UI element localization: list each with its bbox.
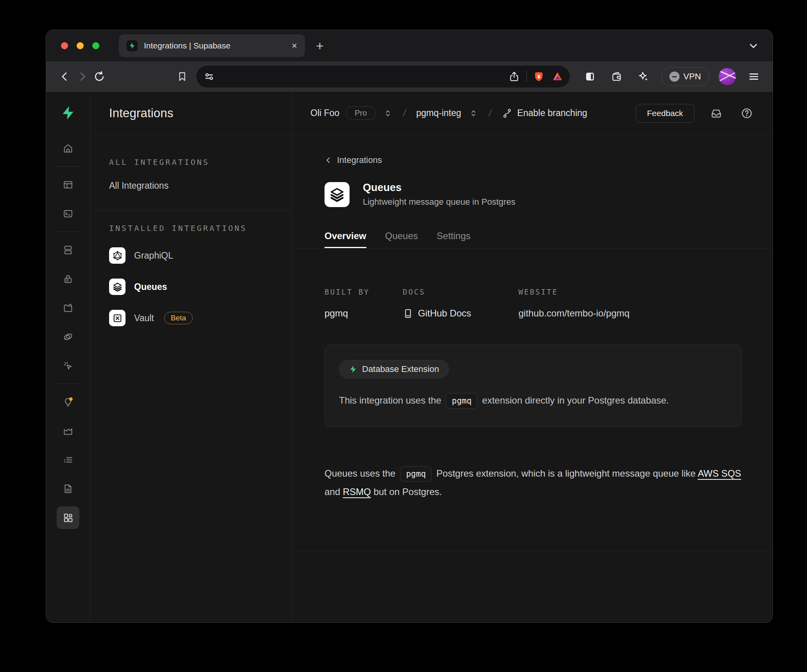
- all-integrations-label: All Integrations: [109, 181, 169, 191]
- installed-integrations-section-header: INSTALLED INTEGRATIONS: [109, 223, 280, 233]
- url-bar[interactable]: [196, 66, 570, 88]
- zoom-window-button[interactable]: [92, 42, 99, 49]
- integration-title-block: Queues Lightweight message queue in Post…: [363, 182, 515, 207]
- integrations-active-highlight: [57, 506, 79, 529]
- new-tab-button[interactable]: +: [316, 39, 324, 52]
- brave-shield-icon[interactable]: [533, 71, 545, 82]
- sidebar-item-sql-editor[interactable]: [46, 199, 90, 228]
- docs-column: DOCS GitHub Docs: [403, 288, 518, 319]
- panel-body: ALL INTEGRATIONS All Integrations INSTAL…: [90, 135, 291, 331]
- sidebar-toggle-icon[interactable]: [581, 68, 599, 85]
- sidebar-item-api-docs[interactable]: [46, 474, 90, 503]
- back-button[interactable]: [56, 68, 74, 85]
- tab-strip: Integrations | Supabase × +: [46, 30, 773, 61]
- org-name[interactable]: Oli Foo: [310, 108, 339, 118]
- browser-toolbar: VPN: [46, 61, 773, 92]
- integration-description: Lightweight message queue in Postgres: [363, 197, 515, 207]
- sidebar-item-reports[interactable]: [46, 416, 90, 445]
- wallet-icon[interactable]: [608, 68, 625, 85]
- bat-rewards-icon[interactable]: [552, 71, 563, 82]
- sidebar-item-logs[interactable]: [46, 445, 90, 474]
- para-part-3: and: [325, 486, 340, 497]
- integration-tabs: Overview Queues Settings: [292, 231, 773, 248]
- all-integrations-section-header: ALL INTEGRATIONS: [109, 157, 280, 167]
- tune-icon[interactable]: [203, 71, 215, 82]
- integration-title: Queues: [363, 182, 515, 194]
- queues-label: Queues: [134, 282, 167, 292]
- project-header: Oli Foo Pro / pgmq-integ / Enable branch…: [292, 92, 773, 135]
- sidebar-item-vault[interactable]: Vault Beta: [109, 306, 280, 331]
- website-link[interactable]: github.com/tembo-io/pgmq: [518, 308, 629, 319]
- card-text-before: This integration uses the: [339, 395, 441, 406]
- share-icon[interactable]: [508, 71, 520, 82]
- org-selector-chevrons-icon[interactable]: [383, 108, 393, 118]
- tab-overview[interactable]: Overview: [325, 231, 366, 248]
- toolbar-right-cluster: VPN: [581, 67, 762, 86]
- aws-sqs-link[interactable]: AWS SQS: [698, 468, 741, 479]
- project-name[interactable]: pgmq-integ: [416, 108, 461, 118]
- close-window-button[interactable]: [61, 42, 68, 49]
- book-icon: [403, 308, 413, 319]
- rail-divider: [56, 232, 81, 232]
- card-text-after: extension directly in your Postgres data…: [482, 395, 669, 406]
- sidebar-item-queues[interactable]: Queues: [109, 274, 280, 299]
- sidebar-item-storage[interactable]: [46, 293, 90, 322]
- sidebar-item-realtime[interactable]: [46, 351, 90, 380]
- database-extension-badge: Database Extension: [339, 360, 449, 379]
- docs-link-label: GitHub Docs: [418, 308, 471, 319]
- sidebar-item-home[interactable]: [46, 134, 90, 163]
- github-docs-link[interactable]: GitHub Docs: [403, 308, 518, 319]
- browser-window: Integrations | Supabase × +: [46, 30, 773, 623]
- inbox-icon[interactable]: [708, 105, 725, 122]
- project-selector-chevrons-icon[interactable]: [468, 108, 479, 118]
- leo-ai-sparkles-icon[interactable]: [635, 68, 652, 85]
- database-extension-card: Database Extension This integration uses…: [325, 345, 742, 427]
- vault-label: Vault: [134, 313, 154, 323]
- main-area: Oli Foo Pro / pgmq-integ / Enable branch…: [292, 92, 773, 622]
- supabase-app: Integrations ALL INTEGRATIONS All Integr…: [46, 92, 773, 622]
- back-to-integrations-link[interactable]: Integrations: [325, 155, 382, 165]
- database-extension-badge-label: Database Extension: [362, 364, 439, 374]
- enable-branching-button[interactable]: Enable branching: [502, 108, 587, 119]
- vpn-label: VPN: [683, 71, 701, 82]
- profile-avatar[interactable]: [719, 68, 736, 85]
- tab-settings[interactable]: Settings: [437, 231, 471, 248]
- vault-icon: [109, 310, 126, 326]
- sidebar-item-edge-functions[interactable]: [46, 322, 90, 351]
- panel-title: Integrations: [109, 106, 173, 120]
- rsmq-link[interactable]: RSMQ: [343, 486, 371, 497]
- help-icon[interactable]: [738, 105, 755, 122]
- sidebar-item-all-integrations[interactable]: All Integrations: [109, 173, 280, 198]
- sidebar-item-table-editor[interactable]: [46, 170, 90, 199]
- minimize-window-button[interactable]: [77, 42, 84, 49]
- forward-button[interactable]: [74, 68, 91, 85]
- pgmq-code-chip: pgmq: [400, 466, 432, 482]
- tab-close-icon[interactable]: ×: [292, 41, 297, 50]
- supabase-bolt-icon: [349, 365, 357, 374]
- integration-header: Queues Lightweight message queue in Post…: [325, 182, 741, 207]
- website-label: WEBSITE: [518, 288, 629, 296]
- sidebar-item-graphiql[interactable]: GraphiQL: [109, 243, 280, 268]
- feedback-button[interactable]: Feedback: [636, 104, 694, 123]
- vpn-button[interactable]: VPN: [661, 67, 709, 86]
- breadcrumb-separator: /: [402, 107, 407, 119]
- sidebar-item-authentication[interactable]: [46, 265, 90, 293]
- supabase-logo-icon[interactable]: [46, 92, 90, 134]
- bookmark-icon[interactable]: [174, 68, 191, 85]
- sidebar-item-integrations[interactable]: [46, 503, 90, 532]
- reload-button[interactable]: [91, 68, 108, 85]
- git-branch-icon: [502, 108, 513, 119]
- sidebar-item-advisors[interactable]: [46, 388, 90, 416]
- tab-search-chevron-icon[interactable]: [748, 40, 759, 52]
- menu-icon[interactable]: [745, 68, 762, 85]
- rail-divider: [56, 166, 81, 167]
- chevron-left-icon: [325, 156, 332, 164]
- pgmq-code-chip: pgmq: [446, 393, 477, 409]
- browser-tab[interactable]: Integrations | Supabase ×: [119, 34, 305, 57]
- para-part-4: but on Postgres.: [373, 486, 442, 497]
- sidebar-item-database[interactable]: [46, 236, 90, 265]
- supabase-favicon-icon: [127, 40, 138, 51]
- integration-detail-content: Integrations Queues Lightweight message …: [292, 135, 773, 622]
- back-link-label: Integrations: [337, 155, 382, 165]
- tab-queues[interactable]: Queues: [385, 231, 418, 248]
